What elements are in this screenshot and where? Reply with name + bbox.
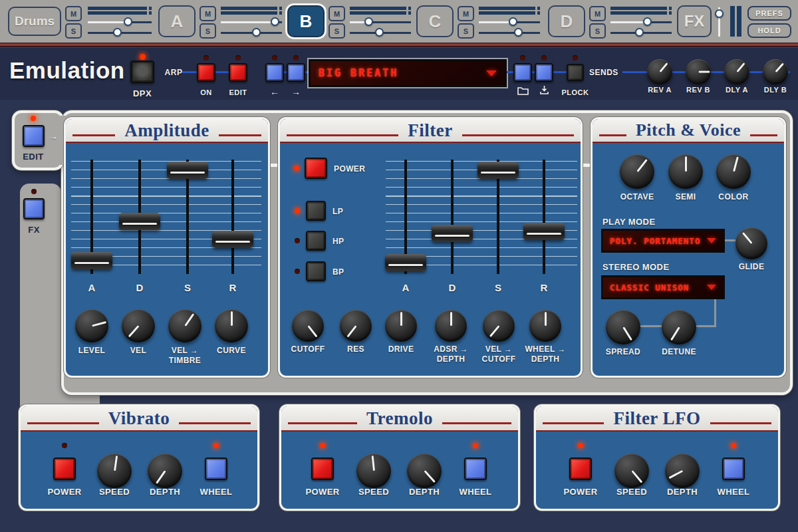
- filter-release-slider[interactable]: [523, 160, 565, 274]
- dpx-button[interactable]: [130, 61, 154, 83]
- tremolo-wheel-button[interactable]: [464, 458, 487, 480]
- solo-button[interactable]: S: [458, 23, 474, 39]
- channel-volume-slider[interactable]: [221, 18, 282, 27]
- channel-pan-slider[interactable]: [88, 29, 152, 37]
- filter-lfo-wheel-button[interactable]: [722, 458, 745, 480]
- dropdown-arrow-icon[interactable]: [707, 285, 716, 290]
- octave-knob[interactable]: [620, 154, 654, 189]
- slider-thumb[interactable]: [643, 17, 652, 26]
- channel-volume-slider[interactable]: [350, 18, 411, 27]
- prev-preset-button[interactable]: [265, 63, 284, 82]
- slider-thumb[interactable]: [271, 17, 279, 26]
- slider-thumb[interactable]: [514, 28, 523, 37]
- tremolo-depth-knob[interactable]: [407, 454, 442, 488]
- fx-tab-button[interactable]: [23, 198, 45, 219]
- stereo-mode-display[interactable]: CLASSIC UNISON: [601, 275, 725, 299]
- slider-cap[interactable]: [523, 223, 565, 240]
- mute-button[interactable]: M: [589, 6, 606, 21]
- slider-cap[interactable]: [167, 162, 208, 179]
- filter-lfo-speed-knob[interactable]: [614, 454, 649, 488]
- dropdown-arrow-icon[interactable]: [486, 70, 497, 76]
- filter-attack-slider[interactable]: [384, 160, 427, 274]
- amp-release-slider[interactable]: [211, 160, 254, 274]
- preset-display[interactable]: BIG BREATH: [309, 59, 507, 87]
- arp-on-button[interactable]: [197, 63, 215, 82]
- vibrato-depth-knob[interactable]: [148, 454, 182, 488]
- filter-sustain-slider[interactable]: [477, 160, 519, 274]
- filter-adsr-depth-knob[interactable]: [435, 310, 467, 342]
- channel-button-drums[interactable]: Drums: [8, 7, 61, 36]
- channel-volume-slider[interactable]: [88, 18, 152, 27]
- filter-lfo-depth-knob[interactable]: [665, 454, 700, 488]
- filter-wheel-depth-knob[interactable]: [529, 310, 561, 342]
- filter-lfo-power-button[interactable]: [569, 458, 592, 480]
- solo-button[interactable]: S: [65, 23, 82, 39]
- slider-thumb[interactable]: [252, 28, 261, 37]
- tremolo-power-button[interactable]: [311, 458, 334, 480]
- slider-cap[interactable]: [212, 231, 253, 248]
- color-knob[interactable]: [716, 154, 751, 189]
- detune-knob[interactable]: [662, 310, 696, 344]
- channel-button-b[interactable]: B: [287, 5, 325, 37]
- slider-cap[interactable]: [432, 225, 473, 242]
- tremolo-speed-knob[interactable]: [356, 454, 391, 488]
- next-preset-button[interactable]: [287, 63, 305, 82]
- send-dly-b-knob[interactable]: [763, 59, 788, 84]
- mute-button[interactable]: M: [329, 6, 345, 21]
- spread-knob[interactable]: [606, 310, 640, 344]
- mute-button[interactable]: M: [458, 6, 474, 21]
- channel-pan-slider[interactable]: [479, 29, 540, 37]
- mute-button[interactable]: M: [200, 6, 216, 21]
- filter-power-button[interactable]: [305, 158, 327, 179]
- slider-thumb[interactable]: [635, 28, 644, 37]
- solo-button[interactable]: S: [589, 23, 606, 39]
- filter-bp-button[interactable]: [306, 261, 326, 281]
- hold-button[interactable]: HOLD: [747, 23, 791, 38]
- channel-volume-slider[interactable]: [479, 18, 540, 27]
- slider-thumb[interactable]: [375, 28, 384, 37]
- arp-edit-button[interactable]: [229, 63, 247, 82]
- amp-sustain-slider[interactable]: [166, 160, 209, 274]
- channel-pan-slider[interactable]: [610, 29, 672, 37]
- plock-button[interactable]: [567, 64, 584, 81]
- amp-curve-knob[interactable]: [215, 309, 248, 342]
- amp-attack-slider[interactable]: [70, 160, 113, 274]
- slider-cap[interactable]: [71, 252, 112, 269]
- filter-cutoff-knob[interactable]: [292, 310, 324, 342]
- save-preset-button[interactable]: [535, 63, 553, 82]
- slider-thumb[interactable]: [113, 28, 122, 37]
- channel-button-a[interactable]: A: [158, 5, 196, 37]
- slider-cap[interactable]: [385, 254, 426, 271]
- glide-knob[interactable]: [735, 227, 767, 259]
- slider-thumb[interactable]: [364, 17, 373, 26]
- semi-knob[interactable]: [668, 154, 703, 189]
- channel-button-fx[interactable]: FX: [677, 5, 712, 37]
- filter-res-knob[interactable]: [340, 310, 372, 342]
- channel-pan-slider[interactable]: [350, 29, 411, 37]
- slider-cap[interactable]: [119, 213, 160, 230]
- vibrato-wheel-button[interactable]: [205, 458, 227, 480]
- play-mode-display[interactable]: POLY. PORTAMENTO: [601, 229, 725, 253]
- amp-vel-knob[interactable]: [122, 309, 155, 342]
- send-dly-a-knob[interactable]: [724, 59, 749, 84]
- solo-button[interactable]: S: [329, 23, 345, 39]
- vibrato-speed-knob[interactable]: [97, 454, 132, 488]
- filter-vel-cutoff-knob[interactable]: [483, 310, 515, 342]
- slider-thumb[interactable]: [509, 17, 517, 26]
- channel-volume-slider[interactable]: [610, 18, 672, 27]
- fader-thumb[interactable]: [715, 9, 724, 18]
- channel-pan-slider[interactable]: [221, 29, 282, 37]
- mute-button[interactable]: M: [65, 6, 82, 21]
- load-preset-button[interactable]: [513, 63, 532, 82]
- prefs-button[interactable]: PREFS: [747, 6, 791, 21]
- amp-decay-slider[interactable]: [118, 160, 161, 274]
- amp-level-knob[interactable]: [75, 309, 108, 342]
- edit-tab-button[interactable]: [23, 125, 45, 147]
- slider-thumb[interactable]: [124, 17, 132, 26]
- slider-cap[interactable]: [477, 162, 519, 179]
- filter-lp-button[interactable]: [306, 201, 326, 221]
- filter-decay-slider[interactable]: [431, 160, 473, 274]
- amp-vel-timbre-knob[interactable]: [168, 309, 201, 342]
- channel-button-d[interactable]: D: [548, 5, 585, 37]
- dropdown-arrow-icon[interactable]: [707, 238, 716, 243]
